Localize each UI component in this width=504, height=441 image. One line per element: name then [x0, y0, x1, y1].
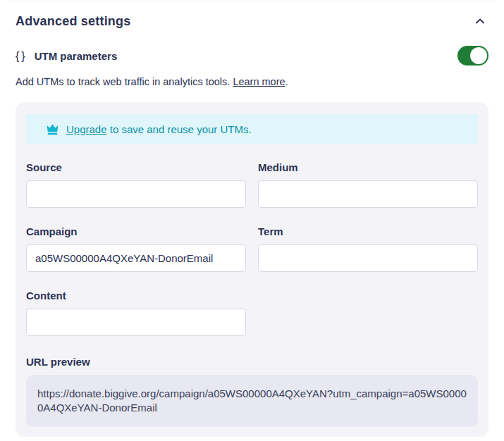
utm-parameters-label: UTM parameters — [35, 50, 118, 62]
utm-description-period: . — [285, 76, 288, 87]
utm-description-text: Add UTMs to track web traffic in analyti… — [16, 76, 233, 87]
top-divider — [10, 1, 494, 1]
learn-more-link[interactable]: Learn more — [233, 76, 285, 87]
medium-input[interactable] — [258, 180, 478, 208]
source-input[interactable] — [26, 180, 246, 208]
advanced-settings-header: Advanced settings — [16, 12, 488, 30]
utm-description: Add UTMs to track web traffic in analyti… — [16, 75, 488, 88]
toggle-knob — [470, 47, 487, 64]
utm-parameters-toggle[interactable] — [457, 46, 488, 66]
campaign-label: Campaign — [26, 225, 246, 237]
upgrade-banner-suffix: to save and reuse your UTMs. — [107, 123, 252, 135]
url-preview-value: https://donate.biggive.org/campaign/a05W… — [26, 375, 478, 427]
term-field: Term — [258, 225, 478, 272]
campaign-field: Campaign — [26, 225, 246, 272]
chevron-up-icon — [475, 18, 485, 25]
content-label: Content — [26, 290, 246, 302]
utm-parameters-row: {} UTM parameters — [16, 45, 488, 66]
content-field: Content — [26, 290, 246, 336]
source-field: Source — [26, 161, 246, 208]
term-label: Term — [258, 225, 478, 237]
medium-label: Medium — [258, 161, 478, 173]
term-input[interactable] — [258, 244, 478, 272]
upgrade-banner: Upgrade to save and reuse your UTMs. — [26, 114, 478, 144]
source-label: Source — [26, 161, 246, 173]
url-preview-label: URL preview — [26, 356, 478, 368]
content-input[interactable] — [26, 309, 246, 336]
crown-icon — [46, 123, 59, 135]
medium-field: Medium — [258, 161, 478, 208]
upgrade-link[interactable]: Upgrade — [66, 123, 107, 135]
page-title: Advanced settings — [16, 14, 130, 29]
code-braces-icon: {} — [16, 50, 27, 62]
utm-settings-panel: Upgrade to save and reuse your UTMs. Sou… — [16, 102, 488, 437]
campaign-input[interactable] — [26, 244, 246, 272]
collapse-section-button[interactable] — [472, 13, 488, 30]
upgrade-banner-text: Upgrade to save and reuse your UTMs. — [66, 123, 252, 135]
